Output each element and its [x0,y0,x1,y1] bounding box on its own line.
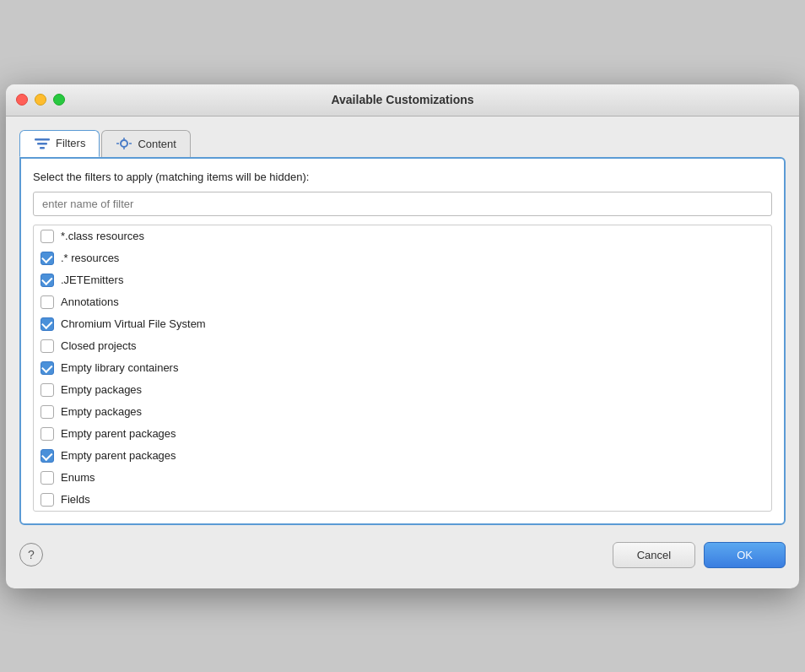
checkbox[interactable] [41,471,54,485]
filter-label: *.class resources [61,230,144,242]
filter-label: Empty packages [61,405,142,418]
window-title: Available Customizations [331,93,473,106]
cancel-button[interactable]: Cancel [613,542,695,568]
ok-button[interactable]: OK [704,542,786,568]
window-controls [16,94,65,106]
list-item[interactable]: Empty parent packages [34,445,771,467]
checkbox[interactable] [41,317,54,331]
filter-label: Closed projects [61,339,137,352]
tab-filters-label: Filters [56,137,85,149]
list-item[interactable]: .JETEmitters [34,269,771,291]
list-item[interactable]: Enums [34,467,771,489]
title-bar: Available Customizations [6,84,799,117]
maximize-button[interactable] [53,94,65,106]
filter-label: Fields [61,493,90,506]
checkbox[interactable] [41,339,54,353]
checkbox[interactable] [41,361,54,375]
content-icon [116,137,132,150]
footer-buttons: Cancel OK [613,542,786,568]
checkbox[interactable] [41,230,54,243]
filters-panel: Select the filters to apply (matching it… [19,157,786,525]
checkbox[interactable] [41,449,54,463]
checkbox[interactable] [41,427,54,441]
list-item[interactable]: Empty library containers [34,357,771,379]
list-item[interactable]: Annotations [34,291,771,313]
help-button[interactable]: ? [19,543,43,566]
filter-label: Annotations [61,295,119,308]
svg-rect-1 [37,143,47,145]
tab-bar: Filters Content [19,130,786,157]
list-item[interactable]: Empty packages [34,401,771,423]
list-item[interactable]: Closed projects [34,335,771,357]
tab-filters[interactable]: Filters [19,130,100,157]
list-item[interactable]: *.class resources [34,225,771,247]
footer: ? Cancel OK [19,525,786,575]
filter-icon [34,137,51,150]
svg-rect-2 [40,147,45,149]
svg-rect-0 [35,138,50,141]
window-body: Filters Content Select the filters to ap… [6,117,799,588]
list-item[interactable]: Fields [34,489,771,511]
filter-label: Empty parent packages [61,427,176,440]
checkbox[interactable] [41,295,54,309]
filter-label: .* resources [61,252,119,264]
main-window: Available Customizations Filters [6,84,799,588]
tab-content-label: Content [138,138,176,150]
checkbox[interactable] [41,493,54,507]
help-icon: ? [28,548,35,561]
close-button[interactable] [16,94,28,106]
filter-label: .JETEmitters [61,274,123,286]
filter-label: Chromium Virtual File System [61,317,206,330]
panel-description: Select the filters to apply (matching it… [33,171,772,183]
filter-search-input[interactable] [33,192,772,216]
checkbox[interactable] [41,274,54,287]
filter-label: Enums [61,471,95,484]
minimize-button[interactable] [35,94,46,106]
list-item[interactable]: Empty parent packages [34,423,771,445]
filter-list: *.class resources.* resources.JETEmitter… [33,225,772,512]
filter-label: Empty library containers [61,361,178,374]
list-item[interactable]: Empty packages [34,379,771,401]
filter-label: Empty parent packages [61,449,176,462]
filter-label: Empty packages [61,383,142,396]
svg-point-3 [121,140,127,147]
list-item[interactable]: .* resources [34,247,771,269]
tab-content[interactable]: Content [101,130,191,157]
filter-search-wrapper [33,192,772,216]
checkbox[interactable] [41,405,54,419]
checkbox[interactable] [41,383,54,397]
list-item[interactable]: Chromium Virtual File System [34,313,771,335]
checkbox[interactable] [41,252,54,265]
